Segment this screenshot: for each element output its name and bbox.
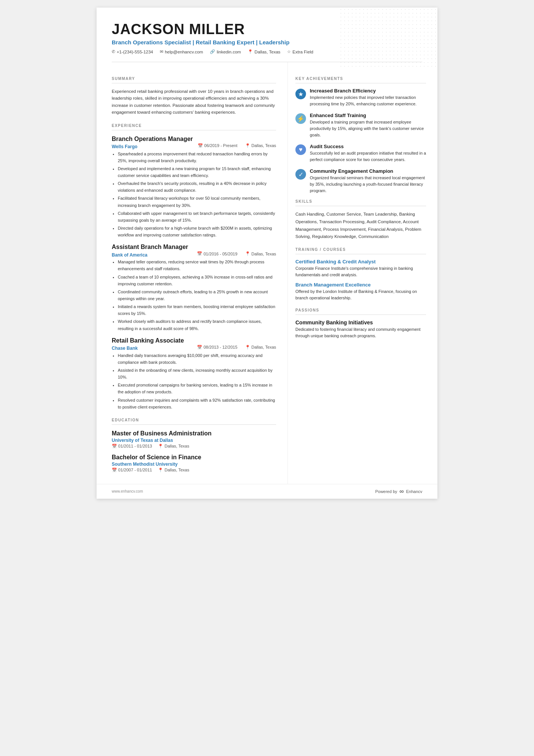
extra-contact: ☆ Extra Field — [287, 49, 313, 54]
location-icon-edu2: 📍 — [158, 468, 163, 472]
job-2-bullet-5: Worked closely with auditors to address … — [118, 318, 276, 332]
candidate-name: JACKSON MILLER — [112, 21, 422, 38]
email-icon: ✉ — [160, 49, 163, 54]
job-3-company: Chase Bank — [112, 346, 138, 351]
course-1: Certified Banking & Credit Analyst Corpo… — [295, 259, 426, 278]
achievement-2: ⚡ Enhanced Staff Training Developed a tr… — [295, 113, 426, 138]
edu-2: Bachelor of Science in Finance Southern … — [112, 454, 276, 473]
candidate-title: Branch Operations Specialist | Retail Ba… — [112, 39, 422, 45]
calendar-icon-3: 📅 — [197, 345, 202, 350]
location-icon: 📍 — [248, 49, 253, 54]
job-3-bullets: Handled daily transactions averaging $10… — [112, 352, 276, 410]
job-3: Retail Banking Associate Chase Bank 📅 08… — [112, 337, 276, 410]
calendar-icon-2: 📅 — [197, 251, 202, 256]
phone-icon: ✆ — [112, 49, 115, 54]
lightning-icon: ⚡ — [297, 115, 304, 122]
skills-text: Cash Handling, Customer Service, Team Le… — [295, 211, 426, 240]
job-2-bullets: Managed teller operations, reducing serv… — [112, 258, 276, 332]
job-3-bullet-2: Assisted in the onboarding of new client… — [118, 367, 276, 380]
job-2-bullet-3: Coordinated community outreach efforts, … — [118, 288, 276, 302]
achievement-1-title: Increased Branch Efficiency — [310, 88, 426, 94]
job-2-bullet-4: Initiated a rewards system for team memb… — [118, 303, 276, 317]
job-1-bullet-1: Spearheaded a process improvement that r… — [118, 150, 276, 164]
passion-1-title: Community Banking Initiatives — [295, 319, 426, 326]
job-2-bullet-2: Coached a team of 10 employees, achievin… — [118, 274, 276, 287]
education-label: EDUCATION — [112, 418, 276, 422]
check-icon: ✓ — [298, 171, 303, 178]
achievement-3-content: Audit Success Successfully led an audit … — [310, 144, 426, 163]
main-content: SUMMARY Experienced retail banking profe… — [97, 62, 437, 484]
passion-1: Community Banking Initiatives Dedicated … — [295, 319, 426, 339]
passions-label: PASSIONS — [295, 308, 426, 312]
experience-divider — [112, 130, 276, 130]
training-label: TRAINING / COURSES — [295, 247, 426, 252]
achievement-3-icon: ♥ — [295, 144, 306, 155]
achievement-3-title: Audit Success — [310, 144, 426, 149]
powered-by-text: Powered by — [375, 489, 397, 494]
job-3-bullet-1: Handled daily transactions averaging $10… — [118, 352, 276, 366]
passions-divider — [295, 315, 426, 315]
footer: www.enhancv.com Powered by ∞ Enhancv — [97, 484, 437, 499]
achievement-3-desc: Successfully led an audit preparation in… — [310, 150, 426, 163]
job-1-bullets: Spearheaded a process improvement that r… — [112, 150, 276, 239]
training-divider — [295, 254, 426, 254]
achievement-1-content: Increased Branch Efficiency Implemented … — [310, 88, 426, 107]
right-column: KEY ACHIEVEMENTS ★ Increased Branch Effi… — [287, 62, 437, 484]
passion-1-desc: Dedicated to fostering financial literac… — [295, 326, 426, 339]
job-2-company: Bank of America — [112, 252, 147, 258]
skills-divider — [295, 206, 426, 206]
brand-name: Enhancv — [406, 489, 422, 494]
linkedin-contact: 🔗 linkedin.com — [210, 49, 241, 54]
location-icon-3: 📍 — [245, 345, 250, 350]
achievement-2-content: Enhanced Staff Training Developed a trai… — [310, 113, 426, 138]
job-1: Branch Operations Manager Wells Fargo 📅 … — [112, 136, 276, 239]
achievement-4-icon: ✓ — [295, 169, 306, 180]
footer-website: www.enhancv.com — [112, 489, 143, 493]
summary-divider — [112, 83, 276, 83]
linkedin-icon: 🔗 — [210, 49, 215, 54]
job-2-title: Assistant Branch Manager — [112, 244, 276, 250]
linkedin-value: linkedin.com — [217, 50, 241, 54]
course-1-desc: Corporate Finance Institute's comprehens… — [295, 265, 426, 278]
course-1-title: Certified Banking & Credit Analyst — [295, 259, 426, 265]
left-column: SUMMARY Experienced retail banking profe… — [97, 62, 287, 484]
achievement-1-desc: Implemented new policies that improved t… — [310, 94, 426, 107]
calendar-icon-edu1: 📅 — [112, 444, 117, 448]
job-3-location: 📍 Dallas, Texas — [245, 345, 276, 350]
achievement-4-desc: Organized financial seminars that increa… — [310, 175, 426, 194]
summary-text: Experienced retail banking professional … — [112, 88, 276, 116]
edu-1-location: 📍 Dallas, Texas — [158, 444, 189, 449]
skills-label: SKILLS — [295, 199, 426, 203]
edu-2-location: 📍 Dallas, Texas — [158, 468, 189, 473]
footer-logo: Powered by ∞ Enhancv — [375, 488, 422, 495]
job-2-dates: 📅 01/2016 - 05/2019 — [197, 251, 237, 256]
job-1-bullet-3: Overhauled the branch's security protoco… — [118, 180, 276, 194]
achievement-2-icon: ⚡ — [295, 113, 306, 124]
phone-contact: ✆ +1-(234)-555-1234 — [112, 49, 153, 54]
edu-1: Master of Business Administration Univer… — [112, 430, 276, 449]
achievement-4-content: Community Engagement Champion Organized … — [310, 168, 426, 194]
education-divider — [112, 424, 276, 425]
edu-1-meta: 📅 01/2011 - 01/2013 📍 Dallas, Texas — [112, 444, 276, 449]
achievement-3: ♥ Audit Success Successfully led an audi… — [295, 144, 426, 163]
job-3-bullet-3: Executed promotional campaigns for banki… — [118, 382, 276, 395]
header-section: JACKSON MILLER Branch Operations Special… — [97, 8, 437, 62]
job-3-title: Retail Banking Associate — [112, 337, 276, 344]
achievement-1: ★ Increased Branch Efficiency Implemente… — [295, 88, 426, 107]
job-2-location: 📍 Dallas, Texas — [245, 251, 276, 256]
calendar-icon-1: 📅 — [198, 143, 203, 148]
job-1-bullet-4: Facilitated financial literacy workshops… — [118, 195, 276, 208]
job-1-company: Wells Fargo — [112, 144, 137, 149]
location-icon-1: 📍 — [245, 143, 250, 148]
star-icon: ★ — [298, 91, 303, 98]
edu-2-degree: Bachelor of Science in Finance — [112, 454, 276, 461]
edu-2-dates: 📅 01/2007 - 01/2011 — [112, 468, 152, 473]
job-1-meta: 📅 06/2019 - Present 📍 Dallas, Texas — [198, 143, 276, 148]
job-1-bullet-6: Directed daily operations for a high-vol… — [118, 225, 276, 238]
achievements-divider — [295, 83, 426, 83]
achievements-label: KEY ACHIEVEMENTS — [295, 77, 426, 81]
achievement-4: ✓ Community Engagement Champion Organize… — [295, 168, 426, 194]
phone-value: +1-(234)-555-1234 — [117, 50, 153, 54]
course-2-title: Branch Management Excellence — [295, 282, 426, 288]
extra-value: Extra Field — [292, 50, 313, 54]
